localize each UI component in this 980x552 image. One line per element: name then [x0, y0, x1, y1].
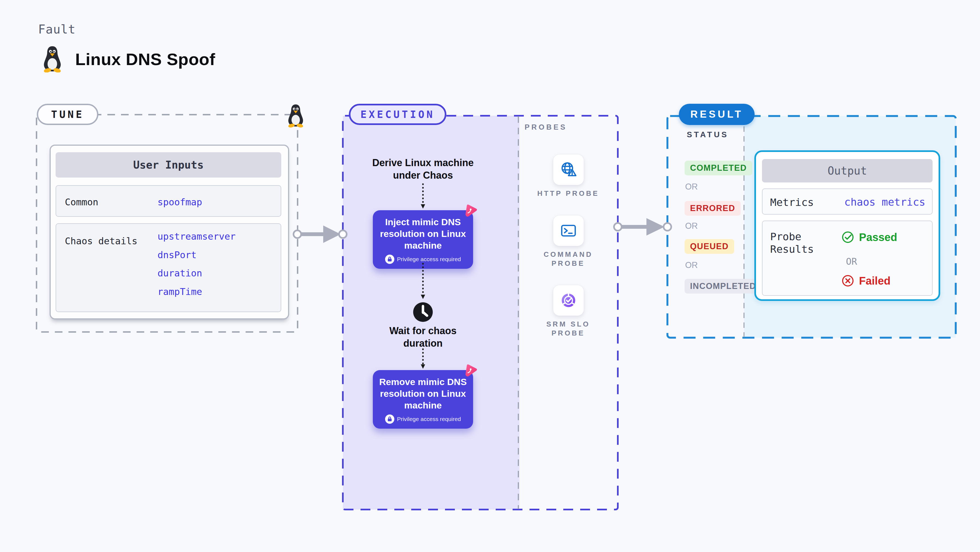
dotted-connector-icon — [420, 348, 426, 369]
result-section-pill: RESULT — [679, 104, 755, 125]
globe-warning-icon — [559, 160, 578, 179]
or-separator: OR — [685, 182, 698, 192]
privilege-badge-text: Privilege access required — [397, 416, 461, 422]
flow-arrow-execution-to-result — [611, 216, 672, 238]
x-circle-icon — [842, 274, 854, 287]
or-separator: OR — [685, 221, 698, 231]
wait-step-text: Wait for chaos duration — [375, 325, 471, 350]
slo-donut-check-icon — [560, 291, 578, 309]
metrics-label: Metrics — [770, 196, 814, 209]
terminal-icon — [560, 222, 578, 240]
remove-node-title: Remove mimic DNS resolution on Linux mac… — [378, 376, 468, 411]
derive-step-text: Derive Linux machine under Chaos — [369, 157, 477, 182]
table-row-chaos-details: Chaos details upstreamserver dnsPort dur… — [56, 223, 281, 312]
litmus-chaos-icon — [463, 203, 479, 218]
check-circle-icon — [842, 231, 854, 243]
passed-text: Passed — [859, 231, 897, 243]
inject-node-title: Inject mimic DNS resolution on Linux mac… — [378, 216, 468, 251]
probe-results-row: Probe Results Passed OR Failed — [762, 220, 932, 296]
tux-icon-small — [286, 103, 305, 128]
status-label: STATUS — [687, 130, 729, 139]
page-title: Linux DNS Spoof — [75, 49, 215, 69]
privilege-badge-text: Privilege access required — [397, 256, 461, 263]
clock-icon — [413, 302, 433, 322]
derive-line2: under Chaos — [369, 169, 477, 182]
lock-icon — [385, 255, 395, 264]
dotted-connector-icon — [420, 183, 426, 209]
metrics-value: chaos metrics — [844, 196, 925, 208]
probes-zone-label: PROBES — [525, 123, 567, 132]
litmus-chaos-icon — [463, 362, 479, 378]
or-separator: OR — [846, 256, 857, 267]
output-card: Output Metrics chaos metrics Probe Resul… — [754, 150, 940, 301]
row-value: spoofmap — [158, 197, 202, 208]
row-value: upstreamserver — [158, 231, 236, 242]
user-inputs-header: User Inputs — [56, 152, 281, 178]
row-value: duration — [158, 268, 202, 279]
derive-line1: Derive Linux machine — [369, 157, 477, 169]
fault-kicker: Fault — [38, 22, 75, 36]
dotted-connector-icon — [420, 263, 426, 300]
flow-arrow-tune-to-execution — [291, 223, 348, 245]
probe-results-label: Probe Results — [770, 230, 825, 255]
status-badge-completed: COMPLETED — [684, 161, 752, 175]
command-probe-label: COMMAND PROBE — [536, 250, 601, 268]
failed-row: Failed — [842, 274, 891, 287]
status-badge-queued: QUEUED — [684, 239, 734, 254]
row-value: dnsPort — [158, 249, 196, 260]
lock-icon — [385, 414, 395, 424]
remove-chaos-node: Remove mimic DNS resolution on Linux mac… — [373, 370, 473, 429]
status-badge-errored: ERRORED — [684, 201, 741, 216]
user-inputs-card: User Inputs Common spoofmap Chaos detail… — [49, 144, 289, 319]
srm-slo-probe-label: SRM SLO PROBE — [536, 320, 601, 338]
table-row-common: Common spoofmap — [56, 185, 281, 217]
tux-icon — [40, 45, 64, 73]
inject-chaos-node: Inject mimic DNS resolution on Linux mac… — [373, 210, 473, 269]
status-badge-incompleted: INCOMPLETED — [684, 279, 761, 293]
http-probe-label: HTTP PROBE — [536, 189, 601, 198]
passed-row: Passed — [842, 231, 897, 243]
command-probe-card — [553, 215, 584, 246]
row-label: Chaos details — [65, 236, 137, 246]
http-probe-card — [553, 154, 584, 185]
failed-text: Failed — [859, 275, 891, 287]
row-value: rampTime — [158, 286, 202, 297]
row-label: Common — [65, 197, 99, 208]
wait-line1: Wait for chaos — [375, 325, 471, 337]
output-header: Output — [762, 159, 932, 182]
srm-slo-probe-card — [553, 285, 584, 316]
metrics-row: Metrics chaos metrics — [762, 189, 932, 214]
execution-section-pill: EXECUTION — [349, 104, 446, 125]
or-separator: OR — [685, 260, 698, 270]
tune-section-pill: TUNE — [37, 104, 99, 125]
fault-diagram: Fault Linux DNS Spoof TUNE User Inputs C… — [0, 0, 980, 552]
